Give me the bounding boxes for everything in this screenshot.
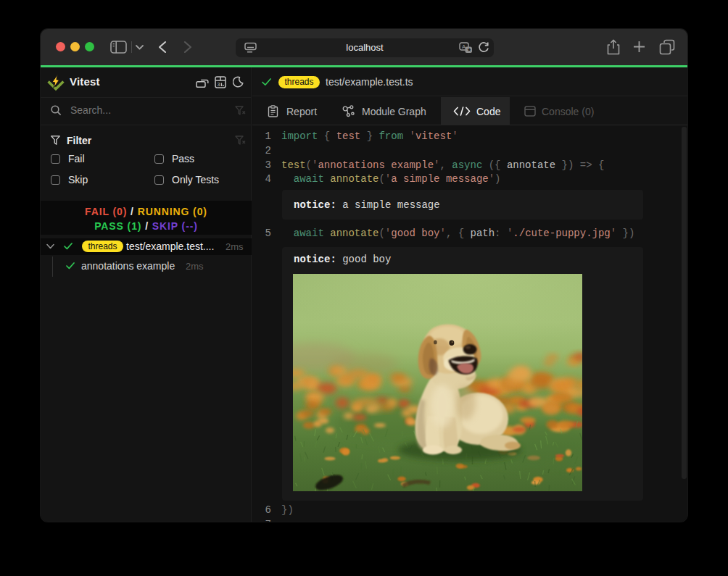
svg-text:★: ★: [467, 46, 472, 53]
svg-text:3: 3: [217, 82, 220, 87]
